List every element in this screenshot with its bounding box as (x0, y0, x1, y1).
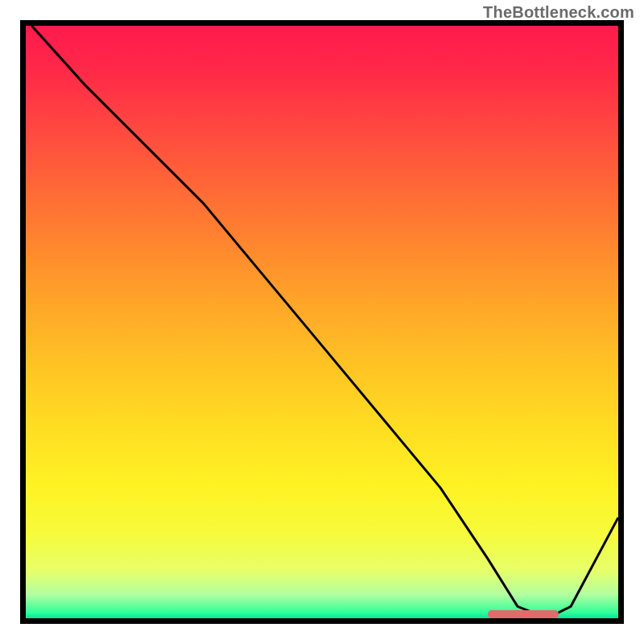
chart-marker (488, 610, 559, 618)
chart-frame (20, 20, 624, 624)
chart-plot (26, 26, 618, 618)
chart-curve (31, 26, 618, 618)
watermark-text: TheBottleneck.com (483, 3, 634, 22)
